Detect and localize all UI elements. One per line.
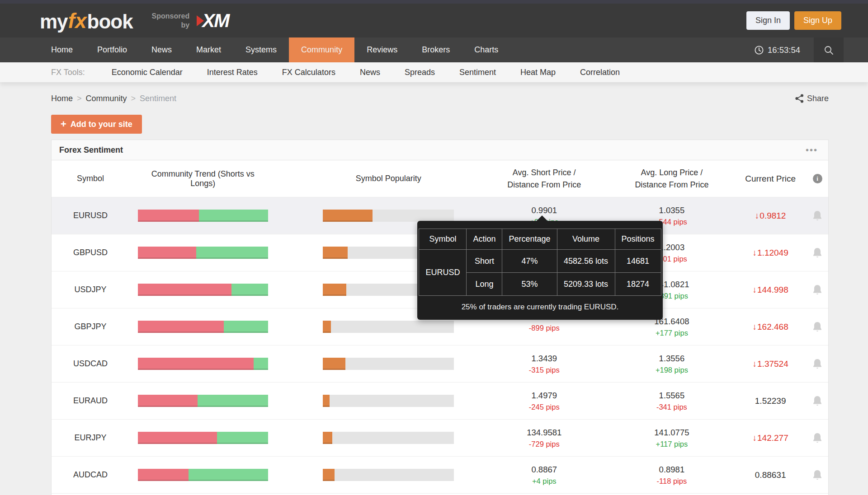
- table-row: EURAUD 1.4979 -245 pips 1.5565 -341 pips…: [52, 383, 828, 420]
- col-header-avg-short-price: Avg. Short Price / Distance From Price: [479, 167, 609, 190]
- price-down-arrow-icon: ↓: [755, 211, 760, 220]
- info-icon[interactable]: i: [813, 174, 822, 183]
- symbol-popularity-bar[interactable]: [323, 432, 454, 444]
- site-header: myfxbook Sponsored by XM Sign In Sign Up: [0, 4, 868, 37]
- nav-item-news[interactable]: News: [139, 37, 184, 62]
- nav-item-home[interactable]: Home: [39, 37, 85, 62]
- symbol-link[interactable]: GBPJPY: [74, 322, 106, 331]
- current-price-value: 1.37524: [757, 359, 788, 369]
- breadcrumb-community[interactable]: Community: [86, 94, 127, 103]
- symbol-link[interactable]: EURJPY: [74, 433, 106, 442]
- short-distance-pips: -729 pips: [479, 440, 609, 448]
- popularity-fill: [323, 469, 335, 481]
- sponsored-by-label: Sponsored by: [152, 12, 190, 30]
- col-header-avg-long-price: Avg. Long Price / Distance From Price: [609, 167, 735, 190]
- community-trend-bar[interactable]: [138, 432, 268, 444]
- alert-bell-icon[interactable]: [812, 358, 823, 370]
- xm-logo[interactable]: XM: [197, 10, 229, 32]
- tooltip-table: Symbol Action Percentage Volume Position…: [419, 229, 661, 296]
- short-distance-pips: -899 pips: [479, 324, 609, 332]
- add-to-your-site-button[interactable]: + Add to your site: [51, 115, 142, 134]
- nav-item-charts[interactable]: Charts: [462, 37, 510, 62]
- alert-bell-icon[interactable]: [812, 469, 823, 481]
- nav-item-reviews[interactable]: Reviews: [354, 37, 410, 62]
- shorts-bar-segment: [138, 210, 199, 222]
- short-distance-pips: -245 pips: [479, 403, 609, 411]
- nav-item-market[interactable]: Market: [184, 37, 233, 62]
- popularity-fill: [323, 321, 330, 333]
- longs-bar-segment: [198, 395, 268, 407]
- current-price-value: 0.88631: [755, 470, 786, 480]
- community-trend-bar[interactable]: [138, 321, 268, 333]
- fx-tools-link-sentiment[interactable]: Sentiment: [447, 68, 508, 77]
- logo-text-fx: fx: [68, 9, 87, 33]
- symbol-popularity-bar[interactable]: [323, 210, 454, 222]
- breadcrumb: Home>Community>Sentiment: [51, 94, 176, 103]
- search-icon: [824, 45, 834, 55]
- community-trend-bar[interactable]: [138, 358, 268, 370]
- sign-up-button[interactable]: Sign Up: [794, 11, 841, 30]
- popularity-fill: [323, 432, 332, 444]
- alert-bell-icon[interactable]: [812, 395, 823, 407]
- symbol-link[interactable]: GBPUSD: [73, 248, 108, 257]
- shorts-bar-segment: [138, 395, 198, 407]
- share-icon: [795, 94, 804, 103]
- symbol-popularity-bar[interactable]: [323, 321, 454, 333]
- fx-tools-link-fx-calculators[interactable]: FX Calculators: [270, 68, 348, 77]
- nav-item-brokers[interactable]: Brokers: [410, 37, 462, 62]
- fx-tools-link-economic-calendar[interactable]: Economic Calendar: [99, 68, 195, 77]
- shorts-bar-segment: [138, 432, 217, 444]
- fx-tools-link-correlation[interactable]: Correlation: [568, 68, 632, 77]
- long-distance-pips: +117 pips: [609, 440, 735, 448]
- fx-tools-link-heat-map[interactable]: Heat Map: [508, 68, 568, 77]
- symbol-link[interactable]: AUDCAD: [73, 470, 108, 479]
- breadcrumb-sentiment: Sentiment: [140, 94, 176, 103]
- symbol-link[interactable]: EURUSD: [73, 211, 108, 220]
- symbol-popularity-bar[interactable]: [323, 395, 454, 407]
- alert-bell-icon[interactable]: [812, 321, 823, 333]
- popularity-fill: [323, 247, 348, 259]
- shorts-bar-segment: [138, 358, 254, 370]
- sign-in-button[interactable]: Sign In: [746, 11, 790, 30]
- nav-item-community[interactable]: Community: [289, 37, 354, 62]
- alert-bell-icon[interactable]: [812, 210, 823, 222]
- panel-title: Forex Sentiment: [59, 145, 123, 155]
- community-trend-bar[interactable]: [138, 395, 268, 407]
- symbol-link[interactable]: USDJPY: [74, 285, 106, 294]
- price-down-arrow-icon: ↓: [753, 248, 757, 257]
- fx-tools-link-spreads[interactable]: Spreads: [392, 68, 447, 77]
- symbol-popularity-bar[interactable]: [323, 469, 454, 481]
- alert-bell-icon[interactable]: [812, 432, 823, 444]
- popularity-fill: [323, 210, 373, 222]
- longs-bar-segment: [254, 358, 268, 370]
- shorts-bar-segment: [138, 469, 189, 481]
- myfxbook-logo[interactable]: myfxbook: [40, 9, 133, 33]
- search-button[interactable]: [814, 37, 844, 62]
- current-price-value: 142.277: [757, 433, 788, 443]
- avg-short-price: 1.3439: [479, 354, 609, 364]
- share-button[interactable]: Share: [795, 94, 829, 103]
- logo-text-book: book: [87, 10, 133, 33]
- fx-tools-link-news[interactable]: News: [348, 68, 392, 77]
- symbol-link[interactable]: EURAUD: [73, 396, 108, 405]
- community-trend-bar[interactable]: [138, 247, 268, 259]
- longs-bar-segment: [199, 210, 268, 222]
- price-down-arrow-icon: ↓: [753, 359, 757, 369]
- community-trend-bar[interactable]: [138, 469, 268, 481]
- top-accent-strip: [0, 0, 868, 4]
- price-down-arrow-icon: ↓: [753, 322, 757, 332]
- symbol-link[interactable]: USDCAD: [73, 359, 108, 368]
- fx-tools-link-interest-rates[interactable]: Interest Rates: [195, 68, 270, 77]
- alert-bell-icon[interactable]: [812, 284, 823, 296]
- breadcrumb-home[interactable]: Home: [51, 94, 73, 103]
- shorts-bar-segment: [138, 321, 224, 333]
- nav-item-portfolio[interactable]: Portfolio: [85, 37, 139, 62]
- nav-item-systems[interactable]: Systems: [233, 37, 289, 62]
- alert-bell-icon[interactable]: [812, 247, 823, 259]
- avg-long-price: 141.0775: [609, 428, 735, 438]
- community-trend-bar[interactable]: [138, 284, 268, 296]
- avg-short-price: 0.8867: [479, 465, 609, 475]
- avg-short-price: 0.9901: [479, 205, 609, 215]
- community-trend-bar[interactable]: [138, 210, 268, 222]
- symbol-popularity-bar[interactable]: [323, 358, 454, 370]
